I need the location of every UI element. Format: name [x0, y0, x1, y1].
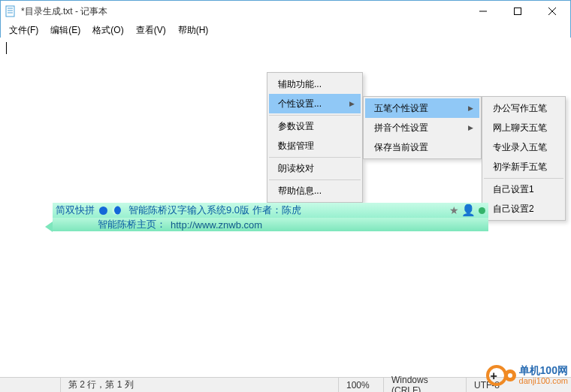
status-position: 第 2 行，第 1 列	[60, 378, 338, 392]
context-menu-2: 五笔个性设置▶拼音个性设置▶保存当前设置	[363, 96, 482, 159]
ime-crescent-icon[interactable]	[112, 206, 121, 215]
menu-item[interactable]: 查看(V)	[130, 24, 172, 37]
ime-dot-icon[interactable]	[99, 207, 107, 215]
menu-item[interactable]: 格式(O)	[86, 24, 129, 37]
status-eol: Windows (CRLF)	[383, 378, 466, 392]
submenu-arrow-icon: ▶	[468, 124, 473, 131]
submenu-arrow-icon: ▶	[349, 100, 355, 107]
ime-homepage-url[interactable]: http://www.znwb.com	[171, 219, 262, 231]
menu-item[interactable]: 数据管理	[269, 136, 361, 155]
ime-banner-text: 智能陈桥汉字输入系统9.0版 作者：陈虎	[128, 204, 301, 217]
ime-person-icon[interactable]: 👤	[461, 204, 476, 217]
title-bar: *目录生成.txt - 记事本	[0, 0, 571, 23]
context-menu-3: 办公写作五笔网上聊天五笔专业录入五笔初学新手五笔自己设置1自己设置2	[482, 96, 566, 221]
menu-item[interactable]: 帮助信息...	[269, 179, 361, 201]
menu-item[interactable]: 参数设置	[269, 115, 361, 136]
ime-mode-label: 简双快拼	[56, 204, 95, 217]
ime-green-dot-icon[interactable]	[479, 207, 485, 214]
svg-rect-5	[515, 8, 521, 15]
menu-item[interactable]: 个性设置...▶	[269, 94, 361, 113]
watermark-text-2: danji100.com	[519, 375, 568, 386]
minimize-button[interactable]	[466, 0, 500, 23]
status-zoom: 100%	[338, 378, 383, 392]
menu-item[interactable]: 保存当前设置	[365, 137, 479, 157]
notepad-icon	[5, 5, 17, 17]
submenu-arrow-icon: ▶	[468, 104, 473, 112]
menu-item[interactable]: 帮助(H)	[172, 24, 215, 37]
watermark-text-1: 单机100网	[519, 365, 568, 375]
ime-status-bar: 简双快拼 智能陈桥汉字输入系统9.0版 作者：陈虎 ★ 👤 智能陈桥主页： ht…	[53, 203, 488, 231]
menu-item[interactable]: 五笔个性设置▶	[365, 98, 479, 118]
menu-item[interactable]: 拼音个性设置▶	[365, 118, 479, 137]
close-button[interactable]	[535, 0, 569, 23]
context-menu-1: 辅助功能...个性设置...▶参数设置数据管理朗读校对帮助信息...	[267, 72, 363, 203]
ime-top-row: 简双快拼 智能陈桥汉字输入系统9.0版 作者：陈虎 ★ 👤	[53, 203, 488, 218]
watermark-logo-icon: +	[486, 362, 516, 389]
maximize-button[interactable]	[500, 0, 535, 23]
ime-homepage-label: 智能陈桥主页：	[98, 218, 166, 231]
menu-item[interactable]: 文件(F)	[3, 24, 44, 37]
menu-item[interactable]: 网上聊天五笔	[484, 118, 563, 137]
menu-item[interactable]: 初学新手五笔	[484, 157, 563, 176]
menu-item[interactable]: 自己设置1	[484, 178, 563, 199]
watermark: + 单机100网 danji100.com	[486, 362, 568, 389]
menu-item[interactable]: 专业录入五笔	[484, 137, 563, 157]
window-controls	[466, 0, 569, 23]
menu-item[interactable]: 朗读校对	[269, 157, 361, 178]
ime-bottom-row: 智能陈桥主页： http://www.znwb.com	[53, 218, 488, 231]
ime-pointer-icon	[45, 222, 53, 232]
svg-rect-0	[6, 6, 14, 17]
menu-item[interactable]: 辅助功能...	[269, 74, 361, 94]
ime-star-icon[interactable]: ★	[449, 204, 459, 216]
text-caret	[6, 42, 7, 54]
window-title: *目录生成.txt - 记事本	[21, 5, 466, 18]
menu-item[interactable]: 办公写作五笔	[484, 98, 563, 118]
menu-item[interactable]: 自己设置2	[484, 199, 563, 219]
menu-bar: 文件(F)编辑(E)格式(O)查看(V)帮助(H)	[0, 23, 571, 38]
menu-item[interactable]: 编辑(E)	[44, 24, 86, 37]
